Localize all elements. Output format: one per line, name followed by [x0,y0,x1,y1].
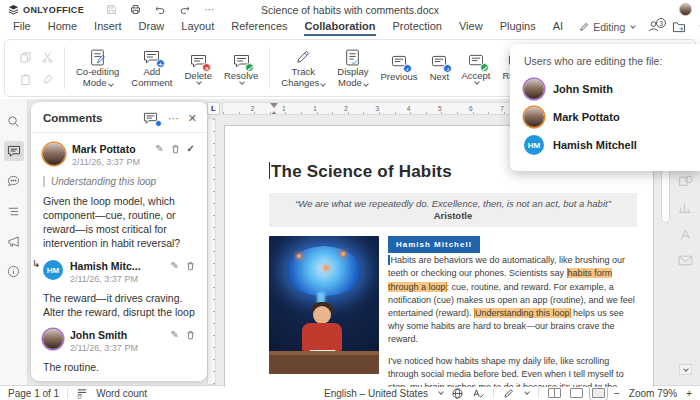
comments-more-icon[interactable]: ··· [168,112,179,124]
tab-file[interactable]: File [12,18,32,36]
track-changes-button[interactable]: TrackChanges [275,46,331,90]
edit-comment-icon[interactable]: ✎ [155,143,163,154]
quick-access-toolbar: ··· [106,4,214,15]
zoom-out-button[interactable]: − [614,388,620,399]
delete-reply-icon[interactable] [186,330,195,340]
comments-panel-icon[interactable] [4,141,24,161]
chevron-down-icon [108,81,114,87]
paste-icon[interactable] [20,74,31,85]
logo-text: ONLYOFFICE [23,5,84,15]
search-panel-icon[interactable] [4,111,24,131]
previous-change-button[interactable]: ‹ Previous [374,51,423,85]
delete-comment-icon[interactable] [171,144,180,154]
editing-mode-dropdown[interactable]: Editing [579,21,635,33]
hamish-cursor [388,255,390,265]
comment-quoted-text: Understanding this loop [43,176,195,187]
reply-timestamp: 2/11/26, 3:37 PM [70,274,138,284]
chat-panel-icon[interactable] [4,171,24,191]
add-comment-to-document-icon[interactable] [143,111,159,125]
avatar [43,143,65,165]
vertical-ruler[interactable] [207,118,216,385]
reply-body: The reward—it drives craving. Alter the … [43,291,195,319]
menubar-right-controls: Editing 3 ☆ [579,20,700,33]
tab-ai[interactable]: AI [552,18,564,36]
cut-icon[interactable] [42,52,53,63]
margin-marker[interactable] [269,103,278,115]
scroll-down-button[interactable] [679,364,692,375]
svg-text:12: 12 [77,394,82,398]
delete-reply-icon[interactable] [186,261,195,271]
comments-panel-header: Comments ··· ✕ [31,102,207,133]
word-count-icon[interactable]: 12 [76,388,88,399]
zoom-in-button[interactable]: + [686,388,692,399]
accept-change-button[interactable]: ✓ Accept [455,50,496,86]
shape-settings-icon[interactable] [678,174,693,187]
tab-protection[interactable]: Protection [391,18,443,36]
tab-draw[interactable]: Draw [138,18,166,36]
tab-insert[interactable]: Insert [93,18,123,36]
resolve-comment-check-icon[interactable]: ✓ [187,143,195,154]
redo-icon[interactable] [179,4,191,15]
edit-reply-icon[interactable]: ✎ [171,260,179,271]
print-icon[interactable] [130,4,141,15]
coediting-mode-button[interactable]: Co-editingMode [70,46,125,90]
fit-width-view-icon[interactable] [592,388,605,398]
comments-panel-title: Comments [43,112,102,124]
page-indicator: Page 1 of 1 [8,388,59,399]
tab-home[interactable]: Home [47,18,78,36]
next-change-button[interactable]: › Next [423,51,455,85]
current-user-avatar[interactable] [679,3,692,16]
more-actions-icon[interactable]: ··· [204,4,214,15]
close-panel-icon[interactable]: ✕ [188,112,197,125]
paragraph-1: Habits are behaviors we do automatically… [388,254,637,346]
desk-graphic [269,354,379,374]
resolve-comment-button[interactable]: ✓ Resolve [218,50,264,86]
layers-icon [8,4,19,15]
tab-plugins[interactable]: Plugins [499,18,537,36]
two-pages-view-icon[interactable] [548,388,561,398]
popup-user-row: John Smith [524,75,686,103]
fit-page-view-icon[interactable] [570,388,583,398]
popup-user-row: Mark Pottato [524,103,686,131]
display-mode-button[interactable]: DisplayMode [331,46,374,90]
user-name: John Smith [553,83,613,95]
tab-collaboration[interactable]: Collaboration [304,18,377,36]
undo-icon[interactable] [154,4,166,15]
tab-view[interactable]: View [458,18,484,36]
comments-panel: Comments ··· ✕ Mark Pottato 2/11/26, 3:3… [31,102,207,381]
zoom-level[interactable]: Zoom 79% [629,388,677,399]
navigation-panel-icon[interactable] [4,201,24,221]
tab-references[interactable]: References [230,18,288,36]
avatar [43,329,63,349]
feedback-icon[interactable] [4,231,24,251]
edit-reply-icon[interactable]: ✎ [171,329,179,340]
user-name: Mark Pottato [553,111,620,123]
mail-merge-icon[interactable] [678,255,693,266]
tab-stop-selector[interactable]: L [207,102,220,115]
document-illustration[interactable] [269,236,379,374]
avatar: HM [43,260,63,280]
format-painter-icon[interactable] [42,74,53,85]
chevron-down-icon [320,81,326,87]
open-file-location-icon[interactable] [672,21,686,33]
coediting-users-icon[interactable]: 3 [647,20,660,33]
language-selector[interactable]: English – United States [324,388,428,399]
delete-comment-button[interactable]: × Delete [179,50,218,86]
chart-settings-icon[interactable] [678,201,692,214]
word-count-label[interactable]: Word count [96,388,147,399]
about-info-icon[interactable] [4,261,24,281]
paragraph-2: I've noticed how habits shape my daily l… [388,355,637,387]
text-cursor [269,162,270,179]
save-icon[interactable] [106,4,117,15]
onlyoffice-logo: ONLYOFFICE [8,4,84,15]
set-language-globe-icon[interactable] [452,388,463,399]
add-comment-button[interactable]: + AddComment [125,46,178,90]
pencil-icon [579,22,589,32]
avatar: HM [524,135,544,155]
app-window: ONLYOFFICE ··· Science of habits with co… [0,0,700,400]
text-art-settings-icon[interactable] [679,228,692,241]
tab-layout[interactable]: Layout [180,18,215,36]
copy-icon[interactable] [20,52,31,63]
spell-check-icon[interactable] [472,388,484,399]
track-changes-toggle-icon[interactable] [503,388,514,399]
